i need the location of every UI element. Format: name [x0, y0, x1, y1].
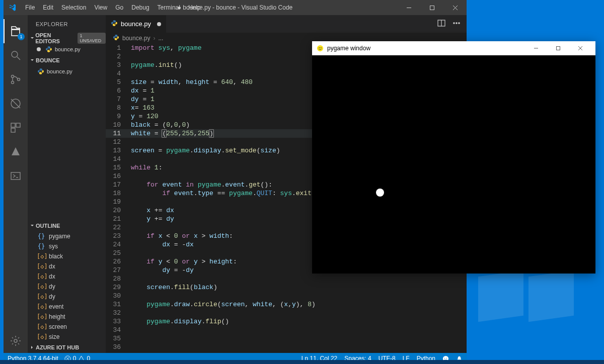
pygame-maximize-button[interactable]	[547, 41, 569, 55]
symbol-icon: [◇]	[37, 293, 46, 300]
outline-item[interactable]: {}sys	[28, 241, 106, 251]
outline-item[interactable]: {}pygame	[28, 231, 106, 241]
maximize-button[interactable]	[420, 0, 443, 15]
chevron-right-icon	[29, 345, 36, 349]
pygame-minimize-button[interactable]	[525, 41, 547, 55]
activity-bar: 1	[4, 15, 28, 353]
breadcrumb-sep: ›	[153, 35, 155, 42]
more-actions-icon[interactable]	[452, 19, 461, 29]
chevron-down-icon	[29, 58, 36, 62]
section-outline[interactable]: OUTLINE	[28, 220, 106, 231]
activity-explorer[interactable]: 1	[4, 19, 28, 43]
menu-go[interactable]: Go	[111, 0, 127, 15]
pygame-canvas	[312, 55, 595, 274]
menu-selection[interactable]: Selection	[57, 0, 90, 15]
python-icon	[45, 45, 53, 53]
close-button[interactable]	[443, 0, 467, 15]
python-icon	[111, 20, 118, 28]
section-open-editors[interactable]: OPEN EDITORS 1 UNSAVED	[28, 33, 106, 44]
folder-list: bounce.py	[28, 66, 106, 77]
code-line[interactable]: 31 pygame.draw.circle(screen, white, (x,…	[106, 300, 467, 309]
activity-azure[interactable]	[4, 140, 28, 164]
code-line[interactable]: 28	[106, 275, 467, 283]
sidebar-title: EXPLORER	[28, 15, 106, 33]
tab-bounce-py[interactable]: bounce.py	[106, 15, 167, 33]
symbol-icon: [◇]	[37, 303, 46, 310]
activity-settings[interactable]	[4, 329, 28, 353]
dirty-indicator-icon	[157, 22, 161, 26]
breadcrumb-file: bounce.py	[122, 35, 150, 42]
symbol-icon: [◇]	[37, 323, 46, 330]
pygame-icon	[316, 44, 324, 52]
code-line[interactable]: 33 pygame.display.flip()	[106, 317, 467, 326]
code-line[interactable]: 35	[106, 334, 467, 343]
svg-point-26	[446, 357, 447, 358]
outline-item[interactable]: [◇]height	[28, 312, 106, 322]
symbol-icon: [◇]	[37, 253, 46, 260]
svg-rect-12	[16, 123, 20, 127]
svg-point-29	[321, 47, 322, 48]
chevron-down-icon	[29, 224, 36, 228]
menu-view[interactable]: View	[90, 0, 111, 15]
outline-list: {}pygame{}sys[◇]black[◇]dx[◇]dx[◇]dy[◇]d…	[28, 231, 106, 342]
pygame-title-text: pygame window	[327, 45, 370, 52]
dirty-dot-icon	[37, 47, 41, 51]
symbol-icon: {}	[37, 233, 46, 240]
activity-debug[interactable]	[4, 92, 28, 116]
outline-item[interactable]: [◇]dx	[28, 261, 106, 271]
file-item[interactable]: bounce.py	[28, 66, 106, 77]
outline-item[interactable]: [◇]black	[28, 251, 106, 261]
code-line[interactable]: 30	[106, 292, 467, 300]
tab-bar: bounce.py	[106, 15, 467, 33]
outline-item[interactable]: [◇]dy	[28, 292, 106, 302]
symbol-icon: [◇]	[37, 313, 46, 320]
activity-extensions[interactable]	[4, 116, 28, 140]
minimize-button[interactable]	[397, 0, 420, 15]
outline-item[interactable]: [◇]size	[28, 332, 106, 342]
outline-item[interactable]: [◇]event	[28, 302, 106, 312]
outline-item[interactable]: [◇]screen	[28, 322, 106, 332]
menu-help[interactable]: Help	[184, 0, 205, 15]
menu-terminal[interactable]: Terminal	[154, 0, 184, 15]
activity-scm[interactable]	[4, 67, 28, 92]
open-editor-item[interactable]: bounce.py	[28, 44, 106, 55]
code-line[interactable]: 34	[106, 326, 467, 334]
outline-item[interactable]: [◇]dy	[28, 282, 106, 292]
ball	[376, 189, 384, 197]
svg-point-4	[12, 51, 18, 57]
menu-debug[interactable]: Debug	[127, 0, 153, 15]
outline-label: OUTLINE	[36, 223, 60, 229]
menu-edit[interactable]: Edit	[39, 0, 57, 15]
split-editor-icon[interactable]	[437, 19, 445, 29]
open-editors-label: OPEN EDITORS	[35, 32, 74, 44]
symbol-icon: {}	[37, 243, 46, 250]
svg-rect-13	[11, 128, 15, 132]
breadcrumb-tail: ...	[158, 35, 163, 42]
section-folder[interactable]: BOUNCE	[28, 55, 106, 66]
svg-rect-31	[557, 47, 560, 50]
vscode-icon	[4, 4, 21, 12]
svg-point-25	[444, 357, 445, 358]
svg-rect-11	[11, 123, 15, 127]
code-line[interactable]: 29 screen.fill(black)	[106, 283, 467, 292]
svg-point-28	[319, 47, 320, 48]
svg-point-6	[12, 75, 14, 78]
activity-search[interactable]	[4, 43, 28, 67]
sidebar: EXPLORER OPEN EDITORS 1 UNSAVED bounce.p…	[28, 15, 106, 353]
outline-item[interactable]: [◇]dx	[28, 271, 106, 282]
unsaved-pill: 1 UNSAVED	[78, 33, 106, 44]
explorer-badge: 1	[18, 33, 25, 40]
code-line[interactable]: 36	[106, 343, 467, 351]
pygame-close-button[interactable]	[569, 41, 591, 55]
section-azure[interactable]: AZURE IOT HUB	[28, 342, 106, 353]
taskbar[interactable]	[0, 360, 604, 364]
symbol-icon: [◇]	[37, 263, 46, 270]
code-line[interactable]: 32	[106, 309, 467, 317]
activity-powershell[interactable]	[4, 164, 28, 188]
titlebar: FileEditSelectionViewGoDebugTerminalHelp…	[4, 0, 467, 15]
symbol-icon: [◇]	[37, 273, 46, 280]
svg-point-19	[456, 23, 457, 24]
menu-file[interactable]: File	[21, 0, 39, 15]
pygame-titlebar: pygame window	[312, 41, 595, 55]
tab-label: bounce.py	[121, 20, 151, 28]
